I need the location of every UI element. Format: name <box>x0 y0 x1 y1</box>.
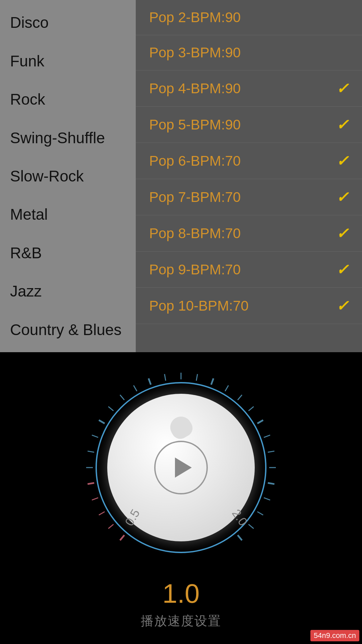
top-panel: DiscoFunkRockSwing-ShuffleSlow-RockMetal… <box>0 0 362 352</box>
svg-line-16 <box>211 378 214 385</box>
song-name-pop3: Pop 3-BPM:90 <box>149 45 241 61</box>
svg-line-11 <box>134 385 137 391</box>
watermark: 54n9.com.cn <box>310 630 359 641</box>
bottom-panel: 0.5 2.0 1.0 播放速度设置 54n9.com.cn <box>0 352 362 644</box>
svg-line-22 <box>268 451 275 452</box>
genre-item-country-blues[interactable]: Country & Blues <box>0 313 136 346</box>
knob-pointer <box>166 413 195 442</box>
speed-value: 1.0 <box>162 578 199 609</box>
svg-line-21 <box>264 435 270 437</box>
svg-line-13 <box>165 374 166 381</box>
svg-line-0 <box>120 535 124 540</box>
song-item-pop5[interactable]: Pop 5-BPM:90✓ <box>136 107 362 143</box>
svg-line-17 <box>225 385 229 391</box>
svg-line-27 <box>248 524 253 529</box>
svg-line-9 <box>108 407 113 411</box>
genre-item-rock[interactable]: Rock <box>0 83 136 116</box>
song-name-pop8: Pop 8-BPM:70 <box>149 225 241 241</box>
song-check-pop6: ✓ <box>336 152 349 169</box>
song-name-pop4: Pop 4-BPM:90 <box>149 80 241 97</box>
svg-line-15 <box>196 374 197 381</box>
svg-line-8 <box>99 420 105 423</box>
genre-item-slow-rock[interactable]: Slow-Rock <box>0 160 136 193</box>
svg-line-10 <box>120 395 124 400</box>
svg-line-7 <box>92 435 98 437</box>
song-name-pop7: Pop 7-BPM:70 <box>149 189 241 205</box>
svg-line-20 <box>257 420 263 423</box>
song-name-pop5: Pop 5-BPM:90 <box>149 117 241 133</box>
svg-line-18 <box>238 395 242 400</box>
song-check-pop4: ✓ <box>336 80 349 97</box>
song-check-pop10: ✓ <box>336 297 349 314</box>
svg-line-6 <box>87 451 94 452</box>
genre-item-funk[interactable]: Funk <box>0 45 136 77</box>
song-item-pop6[interactable]: Pop 6-BPM:70✓ <box>136 143 362 179</box>
genre-item-disco[interactable]: Disco <box>0 6 136 39</box>
svg-line-12 <box>148 378 151 385</box>
svg-line-25 <box>264 497 270 500</box>
play-button[interactable] <box>154 441 208 494</box>
svg-line-3 <box>92 497 98 500</box>
song-name-pop9: Pop 9-BPM:70 <box>149 262 241 278</box>
svg-line-24 <box>268 483 275 484</box>
genre-item-jazz[interactable]: Jazz <box>0 275 136 308</box>
song-name-pop10: Pop 10-BPM:70 <box>149 298 249 314</box>
svg-line-4 <box>87 483 94 484</box>
knob-container: 0.5 2.0 <box>80 367 282 568</box>
song-check-pop5: ✓ <box>336 116 349 133</box>
svg-line-2 <box>99 512 105 515</box>
song-check-pop9: ✓ <box>336 261 349 278</box>
song-check-pop8: ✓ <box>336 225 349 242</box>
song-item-pop4[interactable]: Pop 4-BPM:90✓ <box>136 70 362 107</box>
genre-item-swing-shuffle[interactable]: Swing-Shuffle <box>0 121 136 154</box>
svg-line-26 <box>257 512 263 515</box>
genre-list: DiscoFunkRockSwing-ShuffleSlow-RockMetal… <box>0 0 136 352</box>
speed-title: 播放速度设置 <box>141 612 221 630</box>
svg-line-1 <box>108 524 113 529</box>
svg-line-19 <box>248 407 253 411</box>
song-name-pop2: Pop 2-BPM:90 <box>149 9 241 25</box>
song-list: Pop 2-BPM:90Pop 3-BPM:90Pop 4-BPM:90✓Pop… <box>136 0 362 352</box>
play-icon <box>175 458 192 478</box>
song-item-pop3[interactable]: Pop 3-BPM:90 <box>136 35 362 70</box>
song-item-pop8[interactable]: Pop 8-BPM:70✓ <box>136 215 362 252</box>
genre-item-rnb[interactable]: R&B <box>0 236 136 269</box>
song-item-pop7[interactable]: Pop 7-BPM:70✓ <box>136 179 362 215</box>
song-name-pop6: Pop 6-BPM:70 <box>149 153 241 169</box>
genre-item-metal[interactable]: Metal <box>0 198 136 231</box>
svg-line-28 <box>238 535 242 540</box>
song-check-pop7: ✓ <box>336 189 349 206</box>
song-item-pop9[interactable]: Pop 9-BPM:70✓ <box>136 252 362 288</box>
song-item-pop2[interactable]: Pop 2-BPM:90 <box>136 0 362 35</box>
song-item-pop10[interactable]: Pop 10-BPM:70✓ <box>136 288 362 324</box>
